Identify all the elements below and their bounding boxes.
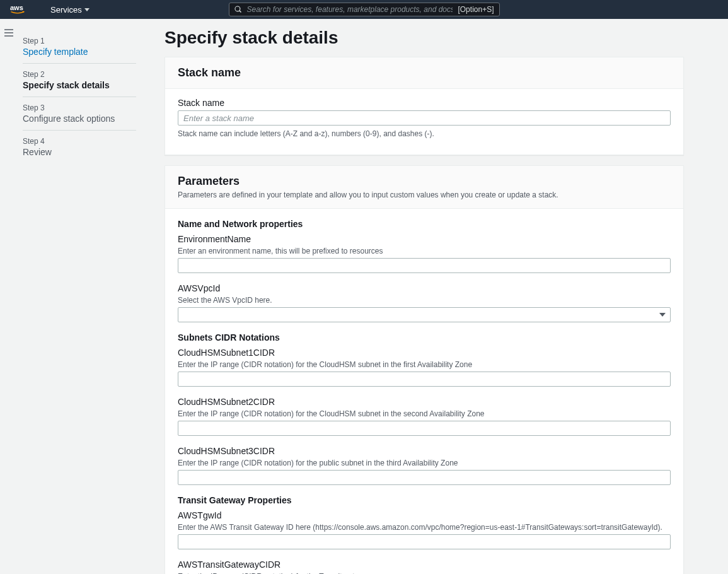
step-title: Configure stack options bbox=[23, 114, 136, 124]
section-tgw: Transit Gateway Properties bbox=[178, 495, 671, 505]
param-subnet2-cidr: CloudHSMSubnet2CIDR Enter the IP range (… bbox=[178, 397, 671, 436]
param-desc: Enter the AWS Transit Gateway ID here (h… bbox=[178, 523, 671, 532]
param-label: CloudHSMSubnet3CIDR bbox=[178, 446, 671, 456]
environment-name-input[interactable] bbox=[178, 258, 671, 273]
search-input[interactable] bbox=[242, 5, 458, 14]
top-navbar: aws Services [Option+S] bbox=[0, 0, 728, 19]
chevron-down-icon bbox=[84, 8, 90, 11]
step-title: Specify stack details bbox=[23, 80, 136, 90]
stack-name-label: Stack name bbox=[178, 98, 671, 108]
param-environment-name: EnvironmentName Enter an environment nam… bbox=[178, 234, 671, 273]
subnet2-cidr-input[interactable] bbox=[178, 421, 671, 436]
param-label: EnvironmentName bbox=[178, 234, 671, 244]
step-label: Step 1 bbox=[23, 37, 136, 45]
panel-header: Parameters Parameters are defined in you… bbox=[165, 166, 683, 209]
panel-desc: Parameters are defined in your template … bbox=[178, 190, 671, 199]
param-desc: Enter the IP range (CIDR notation) for t… bbox=[178, 360, 671, 369]
param-label: CloudHSMSubnet1CIDR bbox=[178, 348, 671, 358]
param-label: CloudHSMSubnet2CIDR bbox=[178, 397, 671, 407]
side-panel-toggle[interactable] bbox=[0, 19, 18, 574]
param-tgw-id: AWSTgwId Enter the AWS Transit Gateway I… bbox=[178, 510, 671, 549]
stack-name-help: Stack name can include letters (A-Z and … bbox=[178, 129, 671, 138]
search-container: [Option+S] bbox=[229, 3, 500, 16]
step-label: Step 3 bbox=[23, 103, 136, 112]
wizard-step-4[interactable]: Step 4 Review bbox=[23, 131, 136, 163]
param-desc: Enter the IP range (CIDR notation) for t… bbox=[178, 409, 671, 418]
param-tgw-cidr: AWSTransitGatewayCIDR Enter the IP range… bbox=[178, 559, 671, 574]
hamburger-icon bbox=[4, 28, 14, 38]
section-subnets: Subnets CIDR Notations bbox=[178, 332, 671, 343]
wizard-step-1[interactable]: Step 1 Specify template bbox=[23, 30, 136, 64]
wizard-steps-nav: Step 1 Specify template Step 2 Specify s… bbox=[23, 28, 136, 574]
param-desc: Enter the IP range (CIDR notation) for t… bbox=[178, 459, 671, 467]
stack-name-panel: Stack name Stack name Stack name can inc… bbox=[165, 57, 684, 155]
param-desc: Enter an environment name, this will be … bbox=[178, 247, 671, 255]
main-content: Specify stack details Stack name Stack n… bbox=[165, 28, 684, 574]
stack-name-input[interactable] bbox=[178, 110, 671, 126]
subnet1-cidr-input[interactable] bbox=[178, 372, 671, 387]
aws-logo[interactable]: aws bbox=[10, 4, 38, 15]
panel-title: Parameters bbox=[178, 175, 671, 188]
search-icon bbox=[234, 6, 242, 13]
subnet3-cidr-input[interactable] bbox=[178, 470, 671, 485]
aws-vpc-id-select[interactable] bbox=[178, 307, 671, 322]
step-label: Step 4 bbox=[23, 137, 136, 146]
param-desc: Select the AWS VpcID here. bbox=[178, 296, 671, 305]
aws-tgw-id-input[interactable] bbox=[178, 534, 671, 549]
search-hint: [Option+S] bbox=[458, 5, 494, 14]
step-title: Review bbox=[23, 147, 136, 157]
wizard-step-2[interactable]: Step 2 Specify stack details bbox=[23, 64, 136, 97]
param-aws-vpc-id: AWSVpcId Select the AWS VpcID here. bbox=[178, 283, 671, 322]
panel-title: Stack name bbox=[178, 66, 671, 79]
section-name-network: Name and Network properties bbox=[178, 219, 671, 229]
param-subnet1-cidr: CloudHSMSubnet1CIDR Enter the IP range (… bbox=[178, 348, 671, 387]
panel-header: Stack name bbox=[165, 57, 683, 89]
svg-text:aws: aws bbox=[10, 4, 23, 11]
parameters-panel: Parameters Parameters are defined in you… bbox=[165, 165, 684, 574]
wizard-step-3[interactable]: Step 3 Configure stack options bbox=[23, 97, 136, 131]
param-label: AWSTransitGatewayCIDR bbox=[178, 559, 671, 570]
param-label: AWSTgwId bbox=[178, 510, 671, 520]
step-title: Specify template bbox=[23, 47, 136, 57]
services-menu[interactable]: Services bbox=[50, 5, 90, 15]
step-label: Step 2 bbox=[23, 70, 136, 79]
services-label: Services bbox=[50, 5, 82, 15]
page-title: Specify stack details bbox=[165, 28, 684, 48]
param-label: AWSVpcId bbox=[178, 283, 671, 293]
param-subnet3-cidr: CloudHSMSubnet3CIDR Enter the IP range (… bbox=[178, 446, 671, 485]
